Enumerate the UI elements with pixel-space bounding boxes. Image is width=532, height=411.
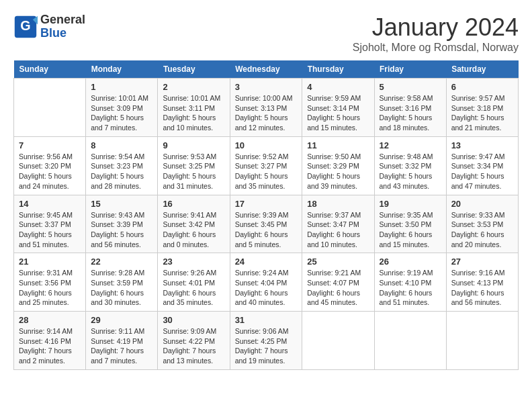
day-number: 23 bbox=[163, 257, 224, 267]
day-info: Sunrise: 9:21 AM Sunset: 4:07 PM Dayligh… bbox=[307, 268, 369, 308]
day-info: Sunrise: 9:53 AM Sunset: 3:25 PM Dayligh… bbox=[163, 152, 224, 191]
day-info: Sunrise: 9:45 AM Sunset: 3:37 PM Dayligh… bbox=[19, 210, 81, 250]
calendar-week-3: 14Sunrise: 9:45 AM Sunset: 3:37 PM Dayli… bbox=[14, 195, 519, 253]
logo-icon: G bbox=[13, 15, 38, 39]
day-number: 20 bbox=[451, 199, 513, 209]
calendar-cell: 11Sunrise: 9:50 AM Sunset: 3:29 PM Dayli… bbox=[302, 136, 374, 195]
day-info: Sunrise: 9:09 AM Sunset: 4:22 PM Dayligh… bbox=[163, 326, 224, 366]
day-number: 13 bbox=[451, 140, 513, 150]
day-number: 9 bbox=[163, 140, 224, 150]
day-info: Sunrise: 10:01 AM Sunset: 3:09 PM Daylig… bbox=[91, 93, 152, 133]
calendar-cell: 19Sunrise: 9:35 AM Sunset: 3:50 PM Dayli… bbox=[374, 195, 446, 253]
day-info: Sunrise: 9:39 AM Sunset: 3:45 PM Dayligh… bbox=[235, 210, 298, 250]
calendar-cell: 18Sunrise: 9:37 AM Sunset: 3:47 PM Dayli… bbox=[302, 195, 374, 253]
logo-general-text: General bbox=[40, 13, 85, 27]
day-info: Sunrise: 9:28 AM Sunset: 3:59 PM Dayligh… bbox=[91, 268, 152, 308]
day-number: 19 bbox=[380, 199, 441, 209]
day-number: 25 bbox=[307, 257, 369, 267]
calendar-cell: 7Sunrise: 9:56 AM Sunset: 3:20 PM Daylig… bbox=[14, 136, 86, 195]
day-info: Sunrise: 9:47 AM Sunset: 3:34 PM Dayligh… bbox=[451, 152, 513, 191]
calendar-cell: 31Sunrise: 9:06 AM Sunset: 4:25 PM Dayli… bbox=[230, 312, 302, 370]
day-info: Sunrise: 10:01 AM Sunset: 3:11 PM Daylig… bbox=[163, 93, 224, 133]
calendar-cell: 14Sunrise: 9:45 AM Sunset: 3:37 PM Dayli… bbox=[14, 195, 86, 253]
calendar-cell: 16Sunrise: 9:41 AM Sunset: 3:42 PM Dayli… bbox=[158, 195, 230, 253]
day-header-wednesday: Wednesday bbox=[230, 60, 302, 79]
day-number: 7 bbox=[19, 140, 81, 150]
calendar-cell bbox=[14, 79, 86, 137]
day-number: 30 bbox=[163, 315, 224, 325]
day-info: Sunrise: 9:35 AM Sunset: 3:50 PM Dayligh… bbox=[380, 210, 441, 250]
calendar-cell: 28Sunrise: 9:14 AM Sunset: 4:16 PM Dayli… bbox=[14, 312, 86, 370]
day-info: Sunrise: 9:24 AM Sunset: 4:04 PM Dayligh… bbox=[235, 268, 298, 308]
day-header-monday: Monday bbox=[86, 60, 158, 79]
day-info: Sunrise: 10:00 AM Sunset: 3:13 PM Daylig… bbox=[235, 93, 298, 133]
calendar-cell bbox=[302, 312, 374, 370]
day-info: Sunrise: 9:06 AM Sunset: 4:25 PM Dayligh… bbox=[235, 326, 298, 366]
day-number: 4 bbox=[307, 82, 369, 92]
day-info: Sunrise: 9:16 AM Sunset: 4:13 PM Dayligh… bbox=[451, 268, 513, 308]
location-title: Sjoholt, More og Romsdal, Norway bbox=[353, 42, 519, 54]
day-info: Sunrise: 9:50 AM Sunset: 3:29 PM Dayligh… bbox=[307, 152, 369, 191]
day-number: 29 bbox=[91, 315, 152, 325]
calendar-cell: 20Sunrise: 9:33 AM Sunset: 3:53 PM Dayli… bbox=[446, 195, 518, 253]
day-number: 24 bbox=[235, 257, 298, 267]
day-info: Sunrise: 9:52 AM Sunset: 3:27 PM Dayligh… bbox=[235, 152, 298, 191]
day-info: Sunrise: 9:11 AM Sunset: 4:19 PM Dayligh… bbox=[91, 326, 152, 366]
title-block: January 2024 Sjoholt, More og Romsdal, N… bbox=[353, 13, 519, 54]
day-number: 8 bbox=[91, 140, 152, 150]
calendar-cell: 24Sunrise: 9:24 AM Sunset: 4:04 PM Dayli… bbox=[230, 253, 302, 312]
day-number: 1 bbox=[91, 82, 152, 92]
calendar-cell: 17Sunrise: 9:39 AM Sunset: 3:45 PM Dayli… bbox=[230, 195, 302, 253]
day-number: 18 bbox=[307, 199, 369, 209]
month-title: January 2024 bbox=[353, 13, 519, 42]
day-number: 17 bbox=[235, 199, 298, 209]
day-number: 14 bbox=[19, 199, 81, 209]
calendar-week-5: 28Sunrise: 9:14 AM Sunset: 4:16 PM Dayli… bbox=[14, 312, 519, 370]
calendar-cell: 23Sunrise: 9:26 AM Sunset: 4:01 PM Dayli… bbox=[158, 253, 230, 312]
calendar-header-row: SundayMondayTuesdayWednesdayThursdayFrid… bbox=[14, 60, 519, 79]
calendar-cell: 30Sunrise: 9:09 AM Sunset: 4:22 PM Dayli… bbox=[158, 312, 230, 370]
calendar-cell: 13Sunrise: 9:47 AM Sunset: 3:34 PM Dayli… bbox=[446, 136, 518, 195]
day-info: Sunrise: 9:19 AM Sunset: 4:10 PM Dayligh… bbox=[380, 268, 441, 308]
day-info: Sunrise: 9:14 AM Sunset: 4:16 PM Dayligh… bbox=[19, 326, 81, 366]
day-header-tuesday: Tuesday bbox=[158, 60, 230, 79]
calendar-cell: 4Sunrise: 9:59 AM Sunset: 3:14 PM Daylig… bbox=[302, 79, 374, 137]
calendar-cell: 5Sunrise: 9:58 AM Sunset: 3:16 PM Daylig… bbox=[374, 79, 446, 137]
page-header: G General Blue January 2024 Sjoholt, Mor… bbox=[13, 13, 519, 54]
day-header-thursday: Thursday bbox=[302, 60, 374, 79]
logo: G General Blue bbox=[13, 13, 85, 40]
day-number: 2 bbox=[163, 82, 224, 92]
day-number: 31 bbox=[235, 315, 298, 325]
calendar-cell: 26Sunrise: 9:19 AM Sunset: 4:10 PM Dayli… bbox=[374, 253, 446, 312]
day-info: Sunrise: 9:31 AM Sunset: 3:56 PM Dayligh… bbox=[19, 268, 81, 308]
day-number: 27 bbox=[451, 257, 513, 267]
day-number: 5 bbox=[380, 82, 441, 92]
day-number: 22 bbox=[91, 257, 152, 267]
logo-text: General Blue bbox=[40, 13, 85, 40]
calendar-cell bbox=[446, 312, 518, 370]
day-number: 11 bbox=[307, 140, 369, 150]
day-number: 21 bbox=[19, 257, 81, 267]
calendar-week-2: 7Sunrise: 9:56 AM Sunset: 3:20 PM Daylig… bbox=[14, 136, 519, 195]
day-number: 15 bbox=[91, 199, 152, 209]
day-info: Sunrise: 9:43 AM Sunset: 3:39 PM Dayligh… bbox=[91, 210, 152, 250]
calendar-cell: 21Sunrise: 9:31 AM Sunset: 3:56 PM Dayli… bbox=[14, 253, 86, 312]
calendar-cell: 27Sunrise: 9:16 AM Sunset: 4:13 PM Dayli… bbox=[446, 253, 518, 312]
day-info: Sunrise: 9:59 AM Sunset: 3:14 PM Dayligh… bbox=[307, 93, 369, 133]
day-info: Sunrise: 9:48 AM Sunset: 3:32 PM Dayligh… bbox=[380, 152, 441, 191]
day-number: 10 bbox=[235, 140, 298, 150]
day-number: 16 bbox=[163, 199, 224, 209]
day-number: 6 bbox=[451, 82, 513, 92]
day-number: 3 bbox=[235, 82, 298, 92]
day-header-sunday: Sunday bbox=[14, 60, 86, 79]
day-number: 12 bbox=[380, 140, 441, 150]
day-number: 26 bbox=[380, 257, 441, 267]
calendar-cell: 29Sunrise: 9:11 AM Sunset: 4:19 PM Dayli… bbox=[86, 312, 158, 370]
svg-text:G: G bbox=[20, 18, 30, 33]
calendar-cell: 1Sunrise: 10:01 AM Sunset: 3:09 PM Dayli… bbox=[86, 79, 158, 137]
calendar-cell: 6Sunrise: 9:57 AM Sunset: 3:18 PM Daylig… bbox=[446, 79, 518, 137]
calendar-cell: 2Sunrise: 10:01 AM Sunset: 3:11 PM Dayli… bbox=[158, 79, 230, 137]
day-info: Sunrise: 9:41 AM Sunset: 3:42 PM Dayligh… bbox=[163, 210, 224, 250]
day-info: Sunrise: 9:56 AM Sunset: 3:20 PM Dayligh… bbox=[19, 152, 81, 191]
calendar-cell bbox=[374, 312, 446, 370]
